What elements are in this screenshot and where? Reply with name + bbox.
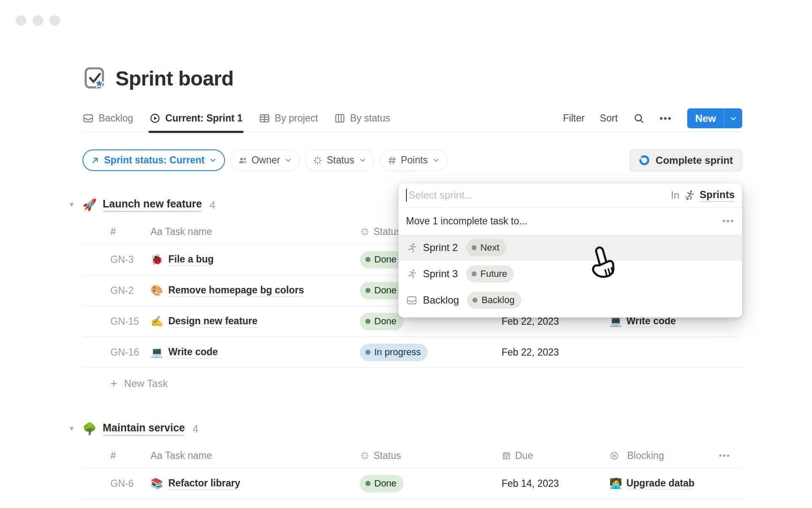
new-task-button[interactable]: + New Task bbox=[82, 368, 742, 399]
tree-emoji-icon: 🌳 bbox=[82, 422, 97, 436]
new-button-group: New bbox=[687, 108, 742, 128]
hash-icon bbox=[387, 155, 397, 166]
tab-current-sprint[interactable]: Current: Sprint 1 bbox=[149, 105, 243, 132]
column-header-blocking[interactable]: Blocking bbox=[609, 450, 715, 461]
play-circle-icon bbox=[149, 113, 161, 124]
task-name-link[interactable]: File a bug bbox=[168, 254, 214, 266]
text-caret bbox=[406, 189, 407, 202]
task-id: GN-6 bbox=[110, 478, 151, 489]
table-row[interactable]: GN-16 💻 Write code In progress Feb 22, 2… bbox=[82, 337, 742, 368]
inbox-icon bbox=[406, 295, 417, 306]
sprint-status-tag: Future bbox=[466, 265, 514, 282]
status-badge[interactable]: In progress bbox=[360, 344, 428, 361]
sort-button[interactable]: Sort bbox=[600, 113, 617, 124]
status-dot bbox=[365, 288, 370, 293]
status-dot bbox=[365, 319, 370, 324]
popup-more-button[interactable]: ••• bbox=[722, 215, 735, 226]
circle-x-icon bbox=[609, 451, 619, 461]
arrow-up-right-icon bbox=[90, 155, 100, 166]
popup-item-backlog[interactable]: Backlog Backlog bbox=[398, 287, 742, 313]
progress-ring-icon bbox=[639, 155, 650, 166]
column-header-more[interactable]: ••• bbox=[715, 451, 742, 461]
spinner-icon bbox=[360, 227, 370, 237]
task-id: GN-2 bbox=[110, 285, 151, 296]
status-filter[interactable]: Status bbox=[305, 149, 374, 171]
status-badge[interactable]: Done bbox=[360, 313, 403, 330]
tab-by-project[interactable]: By project bbox=[259, 105, 318, 132]
plus-icon: + bbox=[110, 378, 117, 389]
status-dot bbox=[365, 350, 370, 355]
task-id: GN-16 bbox=[110, 347, 151, 358]
group-title[interactable]: Maintain service bbox=[103, 422, 185, 436]
chevron-down-icon bbox=[284, 156, 293, 165]
bug-emoji-icon: 🐞 bbox=[151, 254, 163, 265]
task-name-link[interactable]: Design new feature bbox=[168, 315, 258, 328]
search-icon[interactable] bbox=[633, 113, 645, 124]
new-dropdown-button[interactable] bbox=[724, 108, 742, 128]
runner-icon bbox=[406, 242, 417, 254]
owner-filter[interactable]: Owner bbox=[230, 149, 300, 171]
collapse-toggle-icon[interactable]: ▼ bbox=[68, 425, 77, 433]
more-options-button[interactable]: ••• bbox=[660, 113, 672, 124]
popup-item-sprint-3[interactable]: Sprint 3 Future bbox=[398, 261, 742, 287]
window-close-icon[interactable] bbox=[16, 15, 26, 26]
task-name-link[interactable]: Refactor library bbox=[168, 478, 240, 490]
spinner-icon bbox=[313, 155, 323, 166]
due-date[interactable]: Feb 22, 2023 bbox=[502, 347, 609, 358]
new-button[interactable]: New bbox=[687, 108, 724, 128]
filter-row: Sprint status: Current Owner Status Poin… bbox=[82, 149, 742, 171]
table-header: # Aa Task name Status Due Blocking ••• bbox=[82, 444, 742, 468]
move-task-label-row: Move 1 incomplete task to... ••• bbox=[398, 207, 742, 235]
chevron-down-icon bbox=[208, 156, 217, 165]
group-count: 4 bbox=[209, 199, 215, 211]
page-header: Sprint board bbox=[82, 66, 742, 91]
column-header-task[interactable]: Aa Task name bbox=[151, 226, 360, 237]
tab-backlog[interactable]: Backlog bbox=[82, 105, 133, 132]
status-badge[interactable]: Done bbox=[360, 251, 403, 268]
task-name-link[interactable]: Write code bbox=[168, 346, 218, 359]
collapse-toggle-icon[interactable]: ▼ bbox=[68, 201, 77, 209]
column-header-due[interactable]: Due bbox=[502, 450, 609, 461]
status-dot bbox=[365, 257, 370, 262]
hand-cursor-icon bbox=[587, 245, 623, 284]
inbox-icon bbox=[82, 113, 94, 124]
page-title: Sprint board bbox=[115, 67, 233, 90]
calendar-icon bbox=[502, 451, 511, 461]
palette-emoji-icon: 🎨 bbox=[151, 284, 163, 296]
books-emoji-icon: 📚 bbox=[151, 478, 163, 489]
group-count: 4 bbox=[192, 423, 198, 435]
writing-hand-emoji-icon: ✍️ bbox=[151, 315, 163, 327]
task-id: GN-15 bbox=[110, 316, 151, 327]
status-badge[interactable]: Done bbox=[360, 475, 403, 492]
column-header-id[interactable]: # bbox=[110, 450, 151, 461]
column-header-id[interactable]: # bbox=[110, 226, 151, 237]
group-title[interactable]: Launch new feature bbox=[103, 198, 202, 212]
column-header-task[interactable]: Aa Task name bbox=[151, 450, 360, 461]
column-header-status[interactable]: Status bbox=[360, 450, 502, 461]
sprints-scope-link[interactable]: Sprints bbox=[700, 189, 735, 202]
sprint-status-tag: Backlog bbox=[467, 292, 521, 309]
window-zoom-icon[interactable] bbox=[49, 15, 60, 26]
task-name-link[interactable]: Remove homepage bg colors bbox=[168, 284, 304, 297]
grid-table-icon bbox=[259, 113, 270, 124]
laptop-emoji-icon: 💻 bbox=[151, 346, 163, 358]
sprint-status-filter[interactable]: Sprint status: Current bbox=[82, 149, 225, 171]
status-dot bbox=[472, 245, 477, 250]
filter-button[interactable]: Filter bbox=[563, 113, 584, 124]
technologist-emoji-icon: 🧑‍💻 bbox=[609, 478, 622, 489]
popup-item-sprint-2[interactable]: Sprint 2 Next bbox=[398, 235, 742, 261]
complete-sprint-button[interactable]: Complete sprint bbox=[629, 149, 742, 171]
in-label: In bbox=[671, 189, 679, 201]
board-columns-icon bbox=[334, 113, 346, 124]
spinner-icon bbox=[360, 451, 370, 461]
tab-by-status[interactable]: By status bbox=[334, 105, 390, 132]
chevron-down-icon bbox=[432, 156, 441, 165]
sprint-search-input[interactable]: Select sprint... bbox=[409, 189, 473, 201]
table-row[interactable]: GN-6 📚 Refactor library Done Feb 14, 202… bbox=[82, 468, 742, 499]
status-badge[interactable]: Done bbox=[360, 282, 403, 299]
blocking-link[interactable]: Upgrade datab bbox=[626, 478, 694, 489]
move-sprint-popup: Select sprint... In Sprints Move 1 incom… bbox=[398, 183, 742, 318]
window-minimize-icon[interactable] bbox=[33, 15, 43, 26]
points-filter[interactable]: Points bbox=[380, 149, 448, 171]
due-date[interactable]: Feb 14, 2023 bbox=[502, 478, 609, 489]
